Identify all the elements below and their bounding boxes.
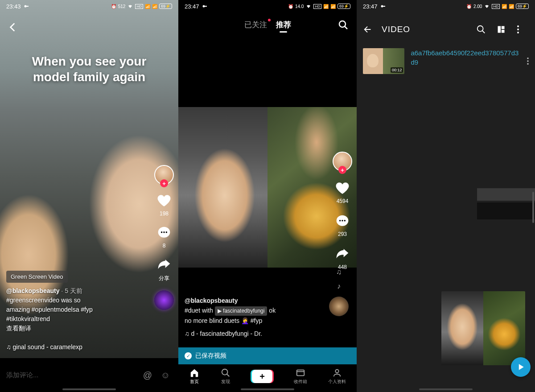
share-button[interactable]: 448 bbox=[334, 246, 350, 270]
username[interactable]: @blackopsbeauty bbox=[185, 296, 317, 305]
search-button[interactable] bbox=[338, 20, 349, 30]
pip-preview[interactable] bbox=[441, 291, 525, 365]
duet-left-pane bbox=[178, 107, 268, 268]
emoji-icon[interactable]: ☺ bbox=[159, 370, 172, 380]
svg-rect-14 bbox=[296, 370, 304, 376]
home-indicator[interactable] bbox=[62, 388, 116, 390]
status-time: 23:47 bbox=[363, 3, 378, 10]
back-button[interactable] bbox=[7, 21, 19, 33]
like-button[interactable]: 4594 bbox=[334, 180, 350, 204]
duet-video[interactable] bbox=[178, 107, 357, 268]
home-indicator[interactable] bbox=[419, 388, 473, 390]
like-button[interactable]: 198 bbox=[156, 193, 172, 217]
svg-rect-7 bbox=[205, 6, 207, 7]
svg-rect-17 bbox=[383, 6, 385, 7]
desc-line-3[interactable]: #tiktokviraltrend bbox=[6, 315, 50, 322]
share-count: 448 bbox=[338, 264, 347, 270]
item-more-button[interactable] bbox=[527, 58, 529, 65]
scrollbar-thumb[interactable] bbox=[532, 192, 534, 223]
signal-icon-2: 📶 bbox=[152, 4, 157, 9]
svg-point-0 bbox=[24, 5, 26, 8]
nav-discover[interactable]: 发现 bbox=[221, 368, 230, 385]
key-icon bbox=[380, 4, 386, 9]
desc-line-2[interactable]: amazing #opulentmodelsa #fyp bbox=[6, 306, 93, 313]
wifi-icon bbox=[305, 4, 312, 9]
comment-button[interactable]: 293 bbox=[334, 213, 350, 237]
video-caption-overlay: When you see your model family again bbox=[0, 54, 178, 85]
post-time: 5 天前 bbox=[65, 287, 82, 294]
nav-inbox[interactable]: 收件箱 bbox=[294, 368, 307, 385]
video-duration: 00:12 bbox=[391, 67, 403, 73]
hd-icon: HD bbox=[313, 4, 321, 9]
phone-screen-1: 23:43 ⏰ 512 HD 📶 📶 69⚡ When you see your… bbox=[0, 0, 178, 392]
alarm-icon: ⏰ bbox=[466, 4, 472, 9]
notification-dot bbox=[268, 19, 271, 21]
phone-screen-3: 23:47 ⏰ 2.00 HD 📶 📶 69⚡ VIDEO bbox=[357, 0, 535, 392]
share-button[interactable]: 分享 bbox=[156, 257, 172, 282]
redacted-block bbox=[477, 188, 535, 201]
creator-avatar[interactable]: + bbox=[333, 152, 352, 171]
creator-avatar[interactable]: + bbox=[154, 165, 174, 185]
sound-name[interactable]: d - fascinatedbyfungi - Dr. bbox=[191, 330, 262, 337]
signal-icon: 📶 bbox=[323, 4, 329, 9]
more-menu-button[interactable] bbox=[517, 25, 529, 33]
nav-create[interactable]: + bbox=[252, 370, 272, 383]
svg-point-11 bbox=[342, 220, 343, 221]
tab-following[interactable]: 已关注 bbox=[244, 20, 267, 32]
video-list-item[interactable]: 00:12 a6a7fb6aeb64590f22eed3780577d3d9 bbox=[363, 48, 529, 74]
sound-disc[interactable] bbox=[329, 297, 349, 316]
sound-disc[interactable] bbox=[154, 290, 174, 310]
key-icon bbox=[24, 4, 29, 9]
key-icon bbox=[202, 4, 207, 9]
svg-point-4 bbox=[163, 231, 165, 233]
desc-line-2[interactable]: no more blind duets 🤦‍♀️ #fyp bbox=[185, 316, 317, 326]
status-time: 23:43 bbox=[6, 3, 21, 10]
bottom-nav: 首页 发现 + 收件箱 个人资料 bbox=[178, 364, 357, 392]
heart-icon bbox=[334, 180, 350, 196]
like-count: 198 bbox=[160, 210, 169, 217]
status-bar: 23:47 ⏰ 2.00 HD 📶 📶 69⚡ bbox=[357, 1, 535, 12]
home-indicator[interactable] bbox=[241, 388, 294, 390]
feed-tabs: 已关注 推荐 bbox=[178, 20, 357, 32]
pip-play-button[interactable] bbox=[511, 357, 531, 377]
sound-name[interactable]: ginal sound - caramelexp bbox=[12, 343, 82, 351]
play-icon bbox=[516, 363, 525, 371]
effect-chip[interactable]: Green Screen Video bbox=[6, 271, 68, 283]
follow-plus-icon[interactable]: + bbox=[160, 179, 168, 187]
nav-profile[interactable]: 个人资料 bbox=[328, 368, 346, 385]
wifi-icon bbox=[484, 4, 490, 9]
back-button[interactable] bbox=[363, 25, 373, 34]
translate-link[interactable]: 查看翻译 bbox=[6, 325, 31, 332]
saved-video-banner[interactable]: ✓ 已保存视频 bbox=[178, 347, 357, 364]
svg-point-6 bbox=[202, 5, 205, 8]
inbox-icon bbox=[296, 368, 305, 378]
app-header: VIDEO bbox=[357, 18, 535, 41]
video-meta: @blackopsbeauty #duet with ▶ fascinatedb… bbox=[185, 296, 317, 338]
search-button[interactable] bbox=[476, 25, 488, 34]
battery-icon: 69⚡ bbox=[159, 4, 172, 9]
comment-count: 293 bbox=[338, 231, 347, 237]
comment-button[interactable]: 8 bbox=[156, 225, 172, 249]
search-icon bbox=[221, 368, 230, 378]
heart-icon bbox=[156, 193, 172, 209]
battery-icon: 69⚡ bbox=[516, 4, 529, 9]
follow-plus-icon[interactable]: + bbox=[338, 166, 346, 174]
comment-input[interactable]: 添加评论... bbox=[6, 371, 136, 380]
share-label: 分享 bbox=[159, 275, 169, 282]
music-note-icon: ♪ bbox=[337, 282, 341, 290]
alarm-icon: ⏰ bbox=[288, 4, 293, 9]
username[interactable]: @blackopsbeauty bbox=[6, 287, 59, 294]
desc-line-1[interactable]: #greenscreenvideo was so bbox=[6, 297, 81, 304]
page-title: VIDEO bbox=[382, 25, 467, 34]
svg-point-22 bbox=[517, 25, 519, 27]
duet-user-chip[interactable]: ▶ fascinatedbyfungi bbox=[215, 306, 268, 316]
mention-icon[interactable]: @ bbox=[141, 370, 154, 380]
desc-prefix[interactable]: #duet with bbox=[185, 307, 213, 314]
nav-home[interactable]: 首页 bbox=[189, 368, 200, 385]
signal-icon: 📶 bbox=[145, 4, 150, 9]
hd-icon: HD bbox=[135, 4, 143, 9]
status-bar: 23:43 ⏰ 512 HD 📶 📶 69⚡ bbox=[0, 1, 178, 12]
view-toggle-button[interactable] bbox=[497, 25, 508, 34]
video-thumbnail: 00:12 bbox=[363, 48, 404, 74]
tab-recommend[interactable]: 推荐 bbox=[276, 20, 291, 32]
